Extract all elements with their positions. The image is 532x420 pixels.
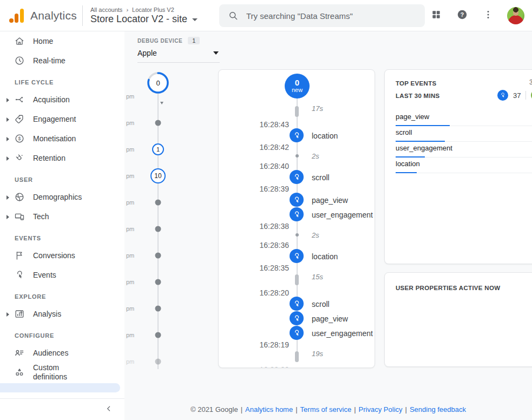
- svg-text:?: ?: [461, 11, 464, 18]
- sidebar-item-label: Acquisition: [33, 95, 70, 104]
- breadcrumb[interactable]: All accounts › Locator Plus V2: [90, 6, 198, 13]
- avatar[interactable]: [507, 7, 524, 24]
- sidebar-item-home[interactable]: Home: [0, 31, 124, 51]
- sidebar-section-life-cycle: LIFE CYCLE: [0, 70, 124, 90]
- search-icon: [228, 10, 239, 21]
- sidebar-item-conversions[interactable]: Conversions: [0, 246, 124, 265]
- timeline-minute-label: pm: [126, 252, 134, 259]
- sidebar-item-tech[interactable]: Tech: [0, 207, 124, 226]
- footer-link-privacy[interactable]: Privacy Policy: [359, 405, 403, 414]
- breadcrumb-account[interactable]: All accounts: [90, 6, 122, 13]
- breadcrumb-property[interactable]: Locator Plus V2: [132, 6, 174, 13]
- search-input[interactable]: Try searching "Data Streams": [219, 4, 425, 27]
- minutes-head-ring[interactable]: 0: [146, 71, 170, 95]
- timeline-dot-node[interactable]: [155, 359, 161, 365]
- footer-link-terms[interactable]: Terms of service: [300, 405, 352, 414]
- stream-timestamp: 16:28:36: [219, 241, 289, 250]
- more-menu-button[interactable]: [481, 9, 495, 23]
- event-tap-icon[interactable]: [290, 207, 304, 221]
- timeline-minute-label: pm: [126, 93, 134, 100]
- stream-event-row[interactable]: user_engagement: [219, 326, 375, 340]
- sidebar-section-user: USER: [0, 168, 124, 187]
- stream-event-row[interactable]: scroll: [219, 170, 375, 185]
- stream-gap-row: 2s: [219, 151, 375, 162]
- gap-capsule-icon: [295, 274, 299, 285]
- sidebar-item-monetisation[interactable]: $ Monetisation: [0, 129, 124, 148]
- stream-event-name: page_view: [312, 314, 348, 323]
- stream-timestamp: 16:28:39: [219, 185, 289, 193]
- top-event-row[interactable]: location: [396, 158, 532, 173]
- stream-event-row[interactable]: page_view: [219, 193, 375, 207]
- chevron-down-icon: [192, 18, 198, 21]
- counter-value: 37: [513, 91, 521, 100]
- stream-event-row[interactable]: page_view: [219, 311, 375, 326]
- engagement-icon: [14, 114, 25, 124]
- timeline-dot-node[interactable]: [155, 253, 161, 259]
- footer-link-analytics-home[interactable]: Analytics home: [245, 405, 293, 414]
- gap-dot-icon: [295, 233, 299, 237]
- event-tap-icon[interactable]: [290, 193, 304, 207]
- footer-link-feedback[interactable]: Sending feedback: [410, 405, 466, 414]
- sidebar-item-retention[interactable]: Retention: [0, 148, 124, 168]
- stream-timestamp-row: 16:28:19: [219, 340, 375, 349]
- help-button[interactable]: ?: [455, 9, 469, 23]
- timeline-dot-node[interactable]: [155, 200, 161, 206]
- stream-event-row[interactable]: location: [219, 128, 375, 143]
- timeline-dot-node[interactable]: [155, 226, 161, 232]
- event-tap-icon[interactable]: [290, 170, 304, 184]
- event-tap-icon[interactable]: [290, 128, 304, 142]
- event-tap-icon[interactable]: [290, 249, 304, 263]
- more-vert-icon: [483, 9, 494, 22]
- top-event-row[interactable]: page_view: [396, 110, 532, 126]
- sidebar-item-audiences[interactable]: Audiences: [0, 343, 124, 363]
- stream-event-row[interactable]: location: [219, 249, 375, 264]
- stream-event-row[interactable]: user_engagement: [219, 207, 375, 222]
- expand-arrow-icon: [6, 134, 14, 143]
- user-properties-title: USER PROPERTIES ACTIVE NOW: [396, 285, 500, 291]
- timeline-ring-node[interactable]: 1: [152, 143, 164, 155]
- timeline-dot-node[interactable]: [155, 332, 161, 338]
- analysis-icon: [14, 309, 25, 319]
- timeline-minute-label: pm: [126, 173, 134, 179]
- counter-divider: [526, 91, 526, 100]
- sidebar-item-acquisition[interactable]: Acquisition: [0, 90, 124, 109]
- gap-duration: 15s: [312, 273, 323, 281]
- stream-gap-row: 19s: [219, 349, 375, 365]
- apps-grid-button[interactable]: [429, 9, 443, 23]
- property-switcher[interactable]: Store Locator V2 - site: [90, 14, 198, 25]
- stream-event-row[interactable]: scroll: [219, 297, 375, 311]
- stream-timestamp: 16:28:00: [219, 365, 289, 368]
- sidebar-item-selected[interactable]: [0, 383, 120, 392]
- timeline-dot-node[interactable]: [155, 306, 161, 312]
- collapse-sidebar-button[interactable]: [103, 404, 115, 416]
- event-tap-icon[interactable]: [290, 297, 304, 311]
- sidebar-item-events[interactable]: Events: [0, 265, 124, 285]
- gap-duration: 17s: [312, 104, 323, 113]
- sidebar-item-custom-definitions[interactable]: Custom definitions: [0, 363, 124, 382]
- custom-icon: [14, 367, 25, 378]
- sidebar-nav: Home Real-time LIFE CYCLE Acquisition En…: [0, 31, 124, 413]
- new-events-badge[interactable]: 0 new: [285, 74, 310, 99]
- app-header: Analytics All accounts › Locator Plus V2…: [0, 0, 532, 31]
- sidebar-item-analysis[interactable]: Analysis: [0, 304, 124, 324]
- timeline-ring-node[interactable]: 10: [150, 168, 166, 183]
- expand-arrow-icon: [6, 309, 14, 319]
- timeline-dot-node[interactable]: [155, 279, 161, 285]
- top-event-row[interactable]: user_engagement: [396, 142, 532, 158]
- event-tap-icon[interactable]: [290, 326, 304, 340]
- demographics-icon: [14, 192, 25, 202]
- stream-timestamp-row: 16:28:43: [219, 120, 375, 128]
- apps-grid-icon: [431, 9, 442, 22]
- event-tap-icon[interactable]: [290, 311, 304, 325]
- stream-timestamp-row: 16:28:42: [219, 143, 375, 151]
- top-event-row[interactable]: scroll: [396, 126, 532, 142]
- event-stream-panel: 0 new 17s 16:28:43 location 16:28:42 2s …: [218, 69, 375, 368]
- sidebar-item-engagement[interactable]: Engagement: [0, 109, 124, 129]
- stream-timestamp-row: 16:28:39: [219, 185, 375, 193]
- user-properties-panel: USER PROPERTIES ACTIVE NOW: [384, 272, 532, 367]
- timeline-dot-node[interactable]: [155, 120, 161, 126]
- sidebar-footer: [0, 398, 124, 420]
- sidebar-item-real-time[interactable]: Real-time: [0, 51, 124, 70]
- sidebar-item-demographics[interactable]: Demographics: [0, 187, 124, 207]
- analytics-logo[interactable]: Analytics: [0, 9, 82, 23]
